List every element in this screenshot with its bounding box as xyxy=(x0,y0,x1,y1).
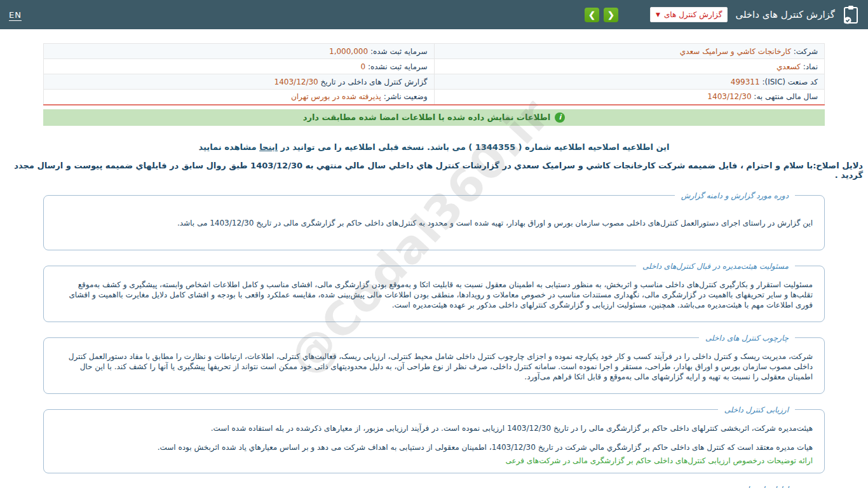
section-control-evaluation-title: ارزیابی کنترل داخلی xyxy=(718,405,795,414)
report-type-dropdown[interactable]: گزارش کنترل های ▼ xyxy=(650,7,728,22)
signature-match-text: اطلاعات نمایش داده شده با اطلاعات امضا ش… xyxy=(303,112,551,122)
section-report-period-body: این گزارش در راستای اجرای دستورالعمل کنت… xyxy=(55,218,813,228)
table-row: سال مالی منتهی به: 1403/12/30 وضعیت ناشر… xyxy=(44,90,825,105)
unregistered-capital-value: 0 xyxy=(360,62,365,71)
correction-reasons-text: دلایل اصلاح:با سلام و احترام ، فایل ضمیم… xyxy=(5,161,863,180)
section-control-evaluation: ارزیابی کنترل داخلی هیئت‌مدیره شرکت، اثر… xyxy=(43,405,825,473)
report-type-dropdown-label: گزارش کنترل های xyxy=(664,10,722,19)
table-row: شرکت: کارخانجات کاشي و سرامیک سعدي سرمای… xyxy=(44,44,825,59)
registered-capital-label: سرمایه ثبت شده: xyxy=(370,47,428,56)
isic-code-label: کد صنعت (ISIC): xyxy=(762,78,818,86)
section-board-opinion-title: اظهارنظر هیات مدیره xyxy=(713,485,795,488)
info-icon: i xyxy=(555,112,565,123)
previous-version-link[interactable]: اینجا xyxy=(259,142,278,152)
unregistered-capital-label: سرمایه ثبت نشده: xyxy=(368,62,428,71)
company-label: شرکت: xyxy=(794,47,818,56)
table-row: نماد: کسعدي سرمایه ثبت نشده: 0 xyxy=(44,59,825,74)
section-control-framework-title: چارچوب کنترل های داخلی xyxy=(699,334,795,342)
section-report-period-title: دوره مورد گزارش و دامنه گزارش xyxy=(675,191,795,200)
symbol-value: کسعدي xyxy=(776,62,801,71)
section-board-responsibility-body: مسئولیت استقرار و بکارگیری کنترل‌های داخ… xyxy=(55,280,813,310)
issuer-status-value: پذیرفته شده در بورس تهران xyxy=(291,92,381,101)
report-date-value: 1403/12/30 xyxy=(275,78,318,86)
section-board-responsibility-title: مسئولیت هیئت‌مدیره در قبال کنترل‌های داخ… xyxy=(636,262,795,271)
issuer-status-label: وضعیت ناشر: xyxy=(384,92,428,101)
section-control-evaluation-paragraph-1: هیئت‌مدیره شرکت، اثربخشی کنترلهای داخلی … xyxy=(55,423,813,433)
page-title: گزارش کنترل های داخلی xyxy=(735,9,835,20)
section-report-period: دوره مورد گزارش و دامنه گزارش این گزارش … xyxy=(43,191,825,250)
subsidiary-controls-link[interactable]: ارائه توضیحات درخصوص ارزیابی کنترل‌های د… xyxy=(55,456,813,465)
report-clipboard-icon xyxy=(843,5,859,24)
section-board-responsibility: مسئولیت هیئت‌مدیره در قبال کنترل‌های داخ… xyxy=(43,262,825,322)
registered-capital-value: 1,000,000 xyxy=(329,47,368,56)
fiscal-year-value: 1403/12/30 xyxy=(707,92,751,101)
table-row: کد صنعت (ISIC): 499311 گزارش کنترل های د… xyxy=(44,74,825,90)
section-control-framework-body: شرکت، مدیریت ریسک و کنترل داخلی را در فر… xyxy=(55,351,813,382)
amendment-notice: این اطلاعیه اصلاحیه اطلاعیه شماره ( 1344… xyxy=(0,142,868,152)
isic-code-value: 499311 xyxy=(731,78,760,86)
report-date-label: گزارش کنترل های داخلی در تاریخ xyxy=(321,78,428,86)
next-report-button[interactable]: ❯ xyxy=(585,8,599,22)
section-control-framework: چارچوب کنترل های داخلی شرکت، مدیریت ریسک… xyxy=(43,334,825,394)
prev-report-button[interactable]: ❮ xyxy=(604,8,618,22)
amendment-prefix: این اطلاعیه اصلاحیه اطلاعیه شماره ( 1344… xyxy=(278,142,669,152)
symbol-label: نماد: xyxy=(803,62,818,71)
english-language-link[interactable]: EN xyxy=(9,10,22,20)
section-control-evaluation-paragraph-2: هیات مدیره معتقد است که کنترل های داخلی … xyxy=(55,442,813,452)
top-header-bar: گزارش کنترل های داخلی گزارش کنترل های ▼ … xyxy=(0,0,868,29)
section-board-opinion: اظهارنظر هیات مدیره xyxy=(43,485,825,488)
chevron-down-icon: ▼ xyxy=(656,11,660,18)
company-info-table: شرکت: کارخانجات کاشي و سرامیک سعدي سرمای… xyxy=(43,43,825,105)
company-value: کارخانجات کاشي و سرامیک سعدي xyxy=(680,47,791,56)
amendment-suffix: مشاهده نمایید xyxy=(199,142,260,152)
signature-match-banner: i اطلاعات نمایش داده شده با اطلاعات امضا… xyxy=(43,109,825,126)
fiscal-year-label: سال مالی منتهی به: xyxy=(754,92,818,101)
